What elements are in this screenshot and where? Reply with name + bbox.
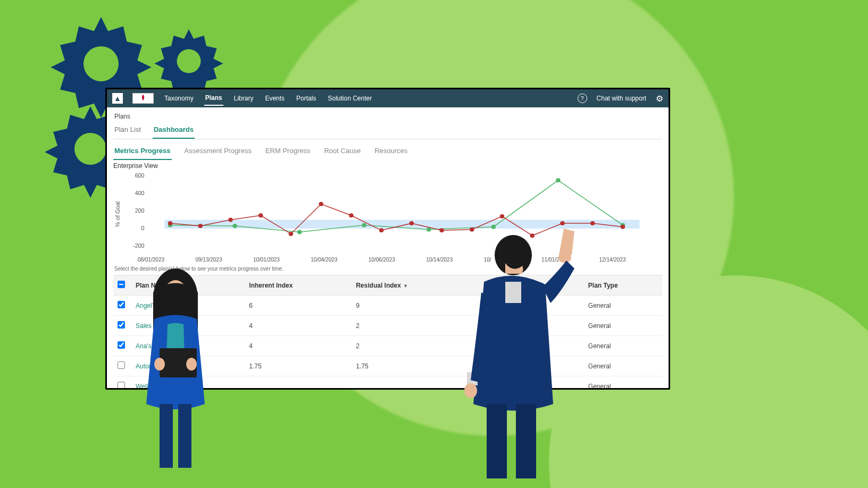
cell-inherent: 4: [245, 316, 352, 336]
cell-inherent: 6: [245, 296, 352, 316]
svg-text:0: 0: [141, 225, 144, 231]
cell-inherent: 1.75: [245, 356, 352, 376]
svg-text:-200: -200: [133, 243, 144, 249]
x-tick-label: 10/06/2023: [369, 257, 426, 263]
tab-erm-progress[interactable]: ERM Progress: [264, 145, 312, 160]
row-checkbox[interactable]: [118, 321, 125, 329]
nav-portals[interactable]: Portals: [295, 91, 317, 105]
svg-text:200: 200: [135, 208, 145, 214]
cell-inherent: [245, 376, 352, 389]
svg-rect-42: [487, 404, 507, 478]
x-tick-label: 09/13/2023: [195, 257, 253, 263]
person-decor-icon: [452, 223, 601, 478]
svg-rect-35: [160, 404, 173, 468]
svg-rect-43: [516, 404, 536, 478]
svg-point-41: [464, 383, 477, 398]
tab-assessment-progress[interactable]: Assessment Progress: [183, 145, 253, 160]
row-checkbox[interactable]: [118, 341, 125, 349]
row-checkbox[interactable]: [118, 361, 125, 369]
select-all-checkbox[interactable]: [118, 281, 125, 288]
sort-desc-icon: ▼: [403, 283, 408, 289]
row-checkbox[interactable]: [118, 301, 125, 308]
svg-rect-39: [505, 282, 521, 303]
tab-plan-list[interactable]: Plan List: [113, 123, 142, 139]
svg-point-33: [154, 358, 165, 371]
y-axis-label: % of Goal: [113, 172, 122, 257]
x-tick-label: 10/01/2023: [253, 257, 311, 263]
primary-tabs: Plan ListDashboards: [113, 123, 662, 139]
svg-text:400: 400: [135, 190, 145, 196]
nav-solution-center[interactable]: Solution Center: [327, 91, 373, 105]
tab-metrics-progress[interactable]: Metrics Progress: [113, 145, 172, 160]
x-tick-label: 10/04/2023: [311, 257, 368, 263]
section-title: Enterprise View: [113, 162, 662, 170]
tab-root-cause[interactable]: Root Cause: [323, 145, 362, 160]
cell-inherent: 4: [245, 336, 352, 356]
svg-text:600: 600: [135, 173, 145, 179]
person-decor-icon: [128, 266, 223, 468]
column-header[interactable]: Inherent Index: [245, 275, 352, 296]
nav-plans[interactable]: Plans: [204, 91, 223, 106]
help-icon[interactable]: ?: [578, 94, 587, 103]
settings-gear-icon[interactable]: ⚙: [656, 94, 663, 104]
x-tick-label: 12/14/2023: [599, 257, 657, 263]
row-checkbox[interactable]: [118, 382, 125, 388]
chat-support-link[interactable]: Chat with support: [597, 95, 646, 102]
nav-taxonomy[interactable]: Taxonomy: [163, 91, 195, 105]
app-logo-icon: ▲: [112, 93, 123, 104]
svg-point-37: [558, 253, 571, 263]
breadcrumb: Plans: [114, 113, 662, 120]
nav-library[interactable]: Library: [233, 91, 255, 105]
tab-dashboards[interactable]: Dashboards: [153, 123, 195, 139]
svg-rect-36: [178, 404, 191, 468]
nav-events[interactable]: Events: [264, 91, 286, 105]
x-tick-label: 08/01/2023: [138, 257, 195, 263]
topbar: ▲ TaxonomyPlansLibraryEventsPortalsSolut…: [107, 89, 669, 107]
svg-point-34: [186, 358, 197, 371]
tab-resources[interactable]: Resources: [373, 145, 408, 160]
brand-logo-icon: [132, 93, 154, 104]
secondary-tabs: Metrics ProgressAssessment ProgressERM P…: [113, 145, 662, 160]
